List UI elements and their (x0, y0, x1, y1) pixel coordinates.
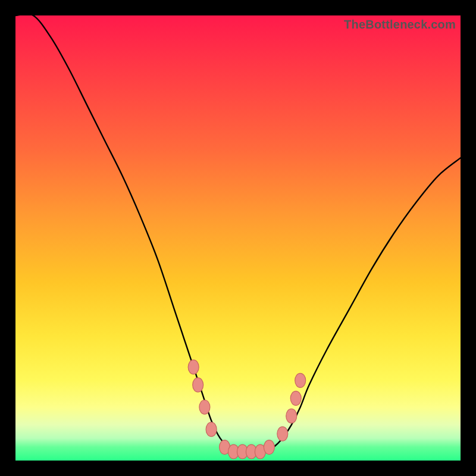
trough-marker (193, 378, 203, 392)
trough-marker-group (188, 360, 306, 459)
trough-marker (188, 360, 199, 374)
trough-marker (286, 409, 297, 423)
trough-marker (295, 373, 306, 387)
trough-marker (277, 427, 288, 441)
plot-area: TheBottleneck.com (15, 15, 461, 461)
trough-marker (206, 422, 217, 437)
trough-marker (290, 391, 301, 405)
trough-marker (199, 400, 210, 414)
trough-marker (264, 440, 274, 455)
bottleneck-curve-path (15, 14, 461, 452)
chart-frame: TheBottleneck.com (0, 0, 476, 476)
chart-svg (15, 15, 461, 461)
